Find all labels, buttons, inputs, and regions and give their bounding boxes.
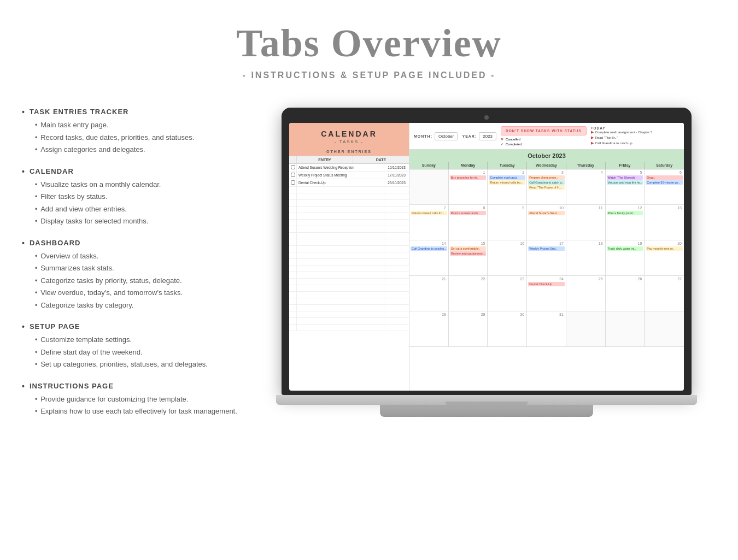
empty-row-12 — [289, 266, 409, 272]
bullet-section-4: INSTRUCTIONS PAGEProvide guidance for cu… — [22, 382, 241, 417]
empty-row-2 — [289, 200, 409, 207]
features-list: TASK ENTRIES TRACKERMain task entry page… — [22, 108, 241, 429]
cal-day-num-18: 18 — [567, 241, 604, 245]
sub-bullet-3-2: Set up categories, priorities, statuses,… — [35, 359, 241, 370]
sub-bullets-4: Provide guidance for customizing the tem… — [35, 394, 241, 417]
completed-icon: ✓ — [501, 142, 503, 146]
calendar-subtitle: - TASKS - — [294, 139, 405, 144]
completed-label: Completed — [506, 143, 522, 146]
row-check-2 — [289, 179, 297, 186]
cal-event-19-0: Track daily water int.. — [607, 246, 643, 251]
cal-event-14-0: Call Grandma to catch u.. — [411, 246, 447, 251]
cal-cell-23: 23 — [488, 276, 527, 311]
bullet-main-4: INSTRUCTIONS PAGE — [22, 382, 241, 391]
sub-bullets-3: Customize template settings.Define start… — [35, 334, 241, 370]
empty-row-7 — [289, 233, 409, 239]
sub-bullet-1-3: Display tasks for selected months. — [35, 216, 241, 227]
year-control: YEAR: 2023 — [462, 132, 496, 140]
cancelled-status: ✕ Cancelled — [501, 137, 587, 141]
arrow-icon-1: ▶ — [591, 130, 594, 134]
cal-day-num-3: 3 — [528, 170, 565, 174]
empty-row-18 — [289, 305, 409, 311]
cal-cell-28: 28 — [409, 311, 449, 347]
cal-day-num-5: 5 — [607, 170, 643, 174]
entry-col-header: ENTRY — [297, 156, 353, 163]
cal-event-24-0: Dental Check-Up — [528, 282, 565, 286]
cal-cell-9: 9 — [488, 205, 527, 240]
sub-bullet-1-2: Add and view other entries. — [35, 204, 241, 215]
cal-cell-25: 25 — [566, 276, 606, 311]
today-item-3-text: Call Grandma to catch up — [595, 142, 632, 145]
cal-cell-34 — [645, 311, 684, 347]
bullet-main-2: DASHBOARD — [22, 239, 241, 247]
cal-day-num-27: 27 — [646, 277, 683, 281]
screen-content: CALENDAR - TASKS - OTHER ENTRIES ENTRY D… — [289, 123, 684, 391]
cal-cell-33 — [606, 311, 645, 347]
cancelled-label: Cancelled — [506, 138, 520, 141]
dow-wed: Wednesday — [527, 162, 566, 169]
checkbox-2[interactable] — [291, 180, 295, 185]
cal-cell-8: 8Paint a sunset lands.. — [449, 205, 488, 240]
cal-event-10-0: Attend Susan's Wed.. — [528, 211, 565, 215]
laptop-mockup: CALENDAR - TASKS - OTHER ENTRIES ENTRY D… — [257, 108, 716, 429]
days-of-week-header: Sunday Monday Tuesday Wednesday Thursday… — [409, 162, 684, 169]
cal-cell-30: 30 — [488, 311, 527, 347]
dow-fri: Friday — [606, 162, 645, 169]
bullet-section-0: TASK ENTRIES TRACKERMain task entry page… — [22, 108, 241, 155]
cal-day-num-13: 13 — [646, 206, 683, 210]
cal-cell-26: 26 — [606, 276, 645, 311]
cal-cell-7: 7Return missed calls from.. — [409, 205, 449, 240]
empty-row-4 — [289, 213, 409, 220]
cal-day-num-15: 15 — [450, 241, 487, 245]
laptop-screen: CALENDAR - TASKS - OTHER ENTRIES ENTRY D… — [282, 108, 692, 395]
checkbox-0[interactable] — [291, 165, 295, 169]
dow-mon: Monday — [449, 162, 488, 169]
task-entries-panel: CALENDAR - TASKS - OTHER ENTRIES ENTRY D… — [289, 123, 409, 391]
empty-row-17 — [289, 298, 409, 305]
page-title: Tabs Overview — [0, 0, 738, 65]
bullet-section-3: SETUP PAGECustomize template settings.De… — [22, 322, 241, 370]
cal-day-num-10: 10 — [528, 206, 565, 210]
cal-event-2-0: Complete math assi.. — [489, 175, 525, 180]
calendar-title: CALENDAR — [294, 129, 405, 138]
cal-day-num-6: 6 — [646, 170, 683, 174]
cal-cell-1: 1Buy groceries for th.. — [449, 169, 488, 205]
cal-cell-17: 17Weekly Project Stat.. — [527, 240, 566, 276]
checkbox-1[interactable] — [291, 173, 295, 177]
empty-row-10 — [289, 252, 409, 259]
entry-date-2: 25/10/2023 — [384, 180, 409, 186]
month-header: October 2023 — [409, 150, 684, 162]
cal-day-num-23: 23 — [489, 277, 525, 281]
cal-cell-20: 20Pay monthly rent or.. — [645, 240, 684, 276]
cal-day-num-19: 19 — [607, 241, 643, 245]
sub-bullet-2-2: Categorize tasks by priority, status, de… — [35, 275, 241, 286]
cal-cell-15: 15Set up a comfortable..Review and updat… — [449, 240, 488, 276]
sub-bullet-1-1: Filter tasks by status. — [35, 191, 241, 202]
cal-cell-10: 10Attend Susan's Wed.. — [527, 205, 566, 240]
dow-sun: Sunday — [409, 162, 449, 169]
year-label: YEAR: — [462, 134, 477, 138]
cal-cell-0 — [409, 169, 449, 205]
cal-cell-32 — [566, 311, 606, 347]
empty-row-16 — [289, 292, 409, 298]
entry-text-0: Attend Susan's Wedding Reception — [297, 164, 384, 170]
cal-cell-12: 12Plan a family picnic.. — [606, 205, 645, 240]
calendar-controls: MONTH: October YEAR: 2023 DON'T SHOW TA — [409, 123, 684, 150]
entry-row-0: Attend Susan's Wedding Reception 10/10/2… — [289, 164, 409, 172]
empty-row-5 — [289, 220, 409, 226]
dow-thu: Thursday — [566, 162, 606, 169]
cal-event-5-1: Vacuum and mop the ho.. — [607, 180, 643, 185]
date-col-header: DATE — [353, 156, 409, 163]
dow-sat: Saturday — [645, 162, 684, 169]
cal-event-15-1: Review and update mon.. — [450, 251, 487, 256]
cal-cell-4: 4 — [566, 169, 606, 205]
cal-day-num-20: 20 — [646, 241, 683, 245]
cal-event-8-0: Paint a sunset lands.. — [450, 211, 487, 215]
cal-cell-5: 5Watch "The Shawsh..Vacuum and mop the h… — [606, 169, 645, 205]
sub-bullet-2-3: View overdue, today's, and tomorrow's ta… — [35, 287, 241, 298]
cal-day-num-30: 30 — [489, 313, 525, 316]
today-item-2-text: Read "The Br.." — [595, 136, 618, 139]
month-label: MONTH: — [414, 134, 432, 138]
cal-day-num-17: 17 — [528, 241, 565, 245]
sub-bullet-0-0: Main task entry page. — [35, 120, 241, 131]
